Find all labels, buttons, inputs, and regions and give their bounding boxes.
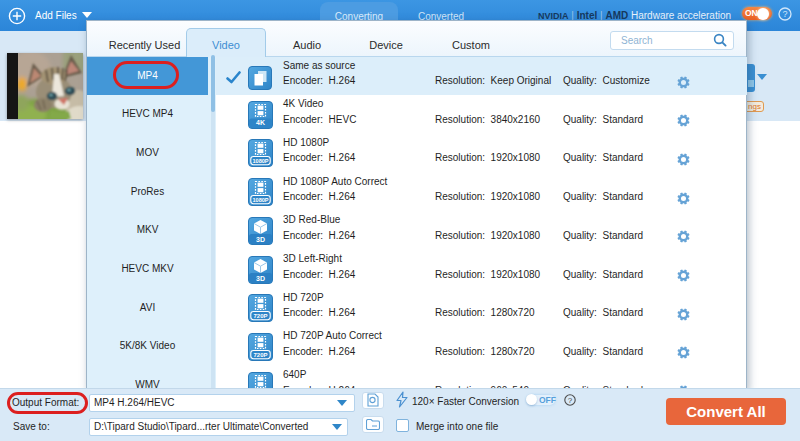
svg-text:720P: 720P (253, 352, 267, 358)
svg-text:?: ? (568, 396, 573, 405)
svg-text:720P: 720P (253, 313, 267, 319)
svg-text:4K: 4K (256, 119, 265, 126)
svg-text:?: ? (782, 9, 787, 19)
svg-text:3D: 3D (256, 275, 265, 282)
svg-text:1080P: 1080P (252, 197, 268, 203)
svg-text:3D: 3D (256, 236, 265, 243)
svg-text:1080P: 1080P (252, 158, 268, 164)
